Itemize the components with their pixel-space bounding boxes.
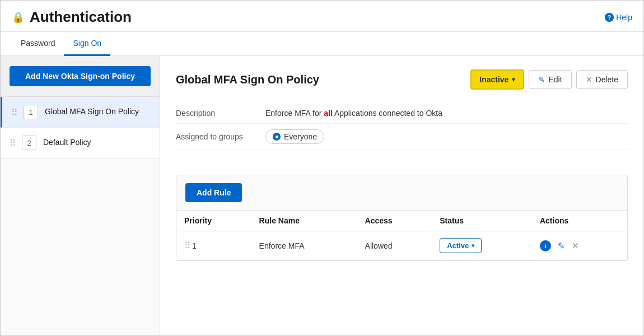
- policy-number-2: 2: [22, 136, 36, 150]
- groups-value: Everyone: [265, 129, 324, 144]
- radio-icon: [273, 133, 281, 141]
- row-rule-name: Enforce MFA: [251, 231, 357, 260]
- lock-icon: 🔒: [12, 11, 24, 24]
- col-rule-name: Rule Name: [251, 211, 357, 231]
- pencil-icon: ✎: [538, 75, 545, 84]
- drag-handle-icon: ⠿: [11, 107, 17, 118]
- groups-label: Assigned to groups: [176, 132, 265, 141]
- edit-pencil-icon[interactable]: ✎: [558, 241, 565, 251]
- content-area: Add New Okta Sign-on Policy ⠿ 1 Global M…: [1, 56, 643, 335]
- action-icons: i ✎ ✕: [540, 240, 619, 251]
- policy-detail-header: Global MFA Sign On Policy Inactive ▾ ✎ E…: [176, 69, 628, 90]
- tab-sign-on[interactable]: Sign On: [64, 32, 110, 56]
- delete-label: Delete: [596, 75, 618, 84]
- row-priority: ⠿ 1: [176, 231, 251, 260]
- sidebar: Add New Okta Sign-on Policy ⠿ 1 Global M…: [1, 56, 160, 335]
- col-access: Access: [357, 211, 432, 231]
- policy-detail-title: Global MFA Sign On Policy: [176, 73, 319, 86]
- col-actions: Actions: [532, 211, 627, 231]
- sidebar-toolbar: Add New Okta Sign-on Policy: [1, 56, 160, 97]
- add-rule-button[interactable]: Add Rule: [185, 183, 242, 202]
- edit-button[interactable]: ✎ Edit: [529, 70, 571, 89]
- tabs-bar: Password Sign On: [1, 32, 643, 56]
- col-status: Status: [432, 211, 532, 231]
- policy-item-1[interactable]: ⠿ 1 Global MFA Sign On Policy: [1, 97, 160, 128]
- row-actions: i ✎ ✕: [532, 231, 627, 260]
- table-row: ⠿ 1 Enforce MFA Allowed Active ▾: [176, 231, 627, 260]
- description-row: Description Enforce MFA for all Applicat…: [176, 103, 628, 124]
- table-header-row: Priority Rule Name Access Status Actions: [176, 211, 627, 231]
- row-status: Active ▾: [432, 231, 532, 260]
- groups-row: Assigned to groups Everyone: [176, 124, 628, 150]
- rules-toolbar: Add Rule: [176, 175, 627, 211]
- edit-label: Edit: [548, 75, 562, 84]
- status-chevron-icon: ▾: [472, 242, 474, 249]
- delete-button[interactable]: ✕ Delete: [576, 70, 628, 89]
- highlight-all: all: [324, 109, 333, 118]
- row-access: Allowed: [357, 231, 432, 260]
- policy-item-2[interactable]: ⠿ 2 Default Policy: [1, 128, 160, 158]
- page-title: Authentication: [30, 8, 132, 26]
- group-tag[interactable]: Everyone: [265, 129, 324, 144]
- drag-handle-icon-2: ⠿: [10, 138, 15, 148]
- description-label: Description: [176, 109, 265, 118]
- row-status-button[interactable]: Active ▾: [440, 238, 482, 253]
- policy-number-1: 1: [24, 105, 38, 119]
- row-delete-icon[interactable]: ✕: [572, 241, 579, 251]
- rules-table: Priority Rule Name Access Status Actions…: [176, 211, 627, 260]
- group-name: Everyone: [284, 132, 317, 141]
- policy-list: ⠿ 1 Global MFA Sign On Policy ⠿ 2 Defaul…: [1, 97, 160, 158]
- description-value: Enforce MFA for all Applications connect…: [265, 109, 442, 118]
- policy-detail: Global MFA Sign On Policy Inactive ▾ ✎ E…: [160, 56, 643, 175]
- page-header: 🔒 Authentication ? Help: [1, 1, 643, 32]
- add-policy-button[interactable]: Add New Okta Sign-on Policy: [10, 66, 151, 86]
- policy-meta: Description Enforce MFA for all Applicat…: [176, 103, 628, 150]
- policy-actions: Inactive ▾ ✎ Edit ✕ Delete: [470, 69, 628, 90]
- status-button[interactable]: Inactive ▾: [470, 69, 524, 90]
- help-link[interactable]: ? Help: [605, 13, 632, 22]
- row-status-label: Active: [447, 241, 469, 250]
- main-panel: Global MFA Sign On Policy Inactive ▾ ✎ E…: [160, 56, 643, 335]
- title-area: 🔒 Authentication: [12, 8, 132, 26]
- priority-value: 1: [192, 241, 197, 250]
- x-icon: ✕: [586, 75, 592, 84]
- col-priority: Priority: [176, 211, 251, 231]
- info-icon[interactable]: i: [540, 240, 551, 251]
- help-label: Help: [616, 13, 632, 22]
- status-label: Inactive: [479, 75, 508, 84]
- rules-section: Add Rule Priority Rule Name Access Statu…: [176, 175, 628, 261]
- tab-password[interactable]: Password: [12, 32, 64, 56]
- help-circle-icon: ?: [605, 13, 614, 22]
- radio-inner: [276, 136, 278, 138]
- policy-name-2: Default Policy: [43, 137, 91, 148]
- policy-name-1: Global MFA Sign On Policy: [45, 106, 139, 118]
- chevron-down-icon: ▾: [512, 76, 515, 83]
- row-drag-handle-icon: ⠿: [184, 241, 190, 250]
